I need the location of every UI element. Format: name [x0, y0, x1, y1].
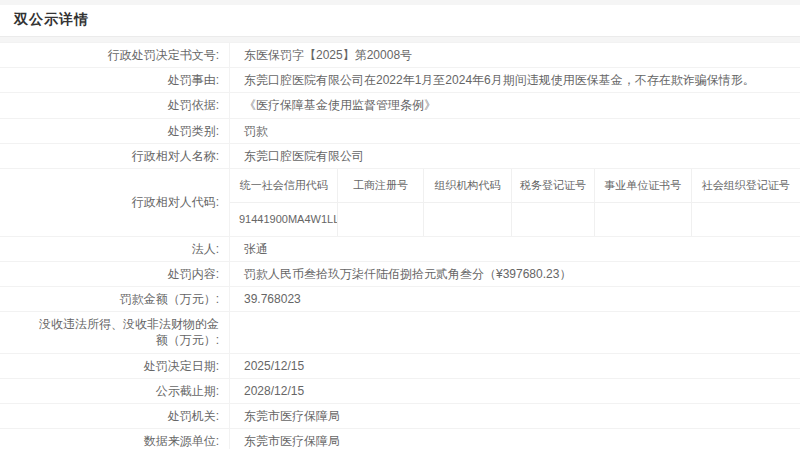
row-label: 法人:	[0, 237, 230, 261]
row-label: 处罚机关:	[0, 404, 230, 428]
code-table-value-uscc: 91441900MA4W1LL93A	[230, 203, 338, 236]
row-value: 张通	[230, 237, 800, 261]
code-table-header-business-reg: 工商注册号	[338, 169, 424, 202]
code-table-header-org-code: 组织机构代码	[424, 169, 512, 202]
code-table-value-institution-cert	[595, 203, 692, 236]
row-value: 东莞市医疗保障局	[230, 429, 800, 449]
code-table-header-uscc: 统一社会信用代码	[230, 169, 338, 202]
row-label: 行政相对人代码:	[0, 169, 230, 236]
row-value: 罚款人民币叁拾玖万柒仟陆佰捌拾元贰角叁分（¥397680.23）	[230, 262, 800, 286]
code-table-value-social-org-cert	[692, 203, 800, 236]
table-row-counterpart-name: 行政相对人名称: 东莞口腔医院有限公司	[0, 144, 800, 169]
row-label: 处罚类别:	[0, 119, 230, 143]
code-table-value-business-reg	[338, 203, 424, 236]
row-label: 行政相对人名称:	[0, 144, 230, 168]
code-table-header-social-org-cert: 社会组织登记证号	[692, 169, 800, 202]
row-value: 东莞口腔医院有限公司	[230, 144, 800, 168]
row-label: 处罚事由:	[0, 68, 230, 92]
row-value	[230, 312, 800, 352]
row-value: 东莞市医疗保障局	[230, 404, 800, 428]
table-row-document-number: 行政处罚决定书文号: 东医保罚字【2025】第20008号	[0, 43, 800, 68]
row-value: 东莞口腔医院有限公司在2022年1月至2024年6月期间违规使用医保基金，不存在…	[230, 68, 800, 92]
row-value: 罚款	[230, 119, 800, 143]
code-table-value-tax-reg	[512, 203, 595, 236]
double-publicity-detail-page: 双公示详情 行政处罚决定书文号: 东医保罚字【2025】第20008号 处罚事由…	[0, 0, 800, 449]
detail-table: 行政处罚决定书文号: 东医保罚字【2025】第20008号 处罚事由: 东莞口腔…	[0, 42, 800, 449]
code-table-header-institution-cert: 事业单位证书号	[595, 169, 692, 202]
code-table-header-tax-reg: 税务登记证号	[512, 169, 595, 202]
table-row-counterpart-codes: 行政相对人代码: 统一社会信用代码 工商注册号 组织机构代码 税务登记证号 事业…	[0, 169, 800, 237]
row-value: 2025/12/15	[230, 354, 800, 378]
table-row-decision-date: 处罚决定日期: 2025/12/15	[0, 354, 800, 379]
row-value: 统一社会信用代码 工商注册号 组织机构代码 税务登记证号 事业单位证书号 社会组…	[230, 169, 800, 236]
row-label: 处罚决定日期:	[0, 354, 230, 378]
table-row-data-source-unit: 数据来源单位: 东莞市医疗保障局	[0, 429, 800, 449]
table-row-fine-amount: 罚款金额（万元）: 39.768023	[0, 287, 800, 312]
row-label: 公示截止期:	[0, 379, 230, 403]
table-row-legal-person: 法人: 张通	[0, 237, 800, 262]
row-label: 数据来源单位:	[0, 429, 230, 449]
row-value: 东医保罚字【2025】第20008号	[230, 43, 800, 67]
table-row-penalty-reason: 处罚事由: 东莞口腔医院有限公司在2022年1月至2024年6月期间违规使用医保…	[0, 68, 800, 93]
table-row-penalty-content: 处罚内容: 罚款人民币叁拾玖万柒仟陆佰捌拾元贰角叁分（¥397680.23）	[0, 262, 800, 287]
table-row-confiscation-amount: 没收违法所得、没收非法财物的金额（万元）:	[0, 312, 800, 353]
row-label: 罚款金额（万元）:	[0, 287, 230, 311]
row-label: 没收违法所得、没收非法财物的金额（万元）:	[0, 312, 230, 352]
table-row-penalty-category: 处罚类别: 罚款	[0, 119, 800, 144]
row-label: 处罚依据:	[0, 93, 230, 117]
page-title: 双公示详情	[14, 11, 786, 29]
page-header: 双公示详情	[0, 5, 800, 37]
code-table-header-row: 统一社会信用代码 工商注册号 组织机构代码 税务登记证号 事业单位证书号 社会组…	[230, 169, 800, 203]
table-row-publicity-deadline: 公示截止期: 2028/12/15	[0, 379, 800, 404]
row-value: 2028/12/15	[230, 379, 800, 403]
table-row-penalty-authority: 处罚机关: 东莞市医疗保障局	[0, 404, 800, 429]
table-row-penalty-basis: 处罚依据: 《医疗保障基金使用监督管理条例》	[0, 93, 800, 118]
row-label: 处罚内容:	[0, 262, 230, 286]
row-value: 《医疗保障基金使用监督管理条例》	[230, 93, 800, 117]
row-value: 39.768023	[230, 287, 800, 311]
row-label: 行政处罚决定书文号:	[0, 43, 230, 67]
code-table: 统一社会信用代码 工商注册号 组织机构代码 税务登记证号 事业单位证书号 社会组…	[230, 169, 800, 236]
code-table-value-org-code	[424, 203, 512, 236]
code-table-value-row: 91441900MA4W1LL93A	[230, 203, 800, 236]
